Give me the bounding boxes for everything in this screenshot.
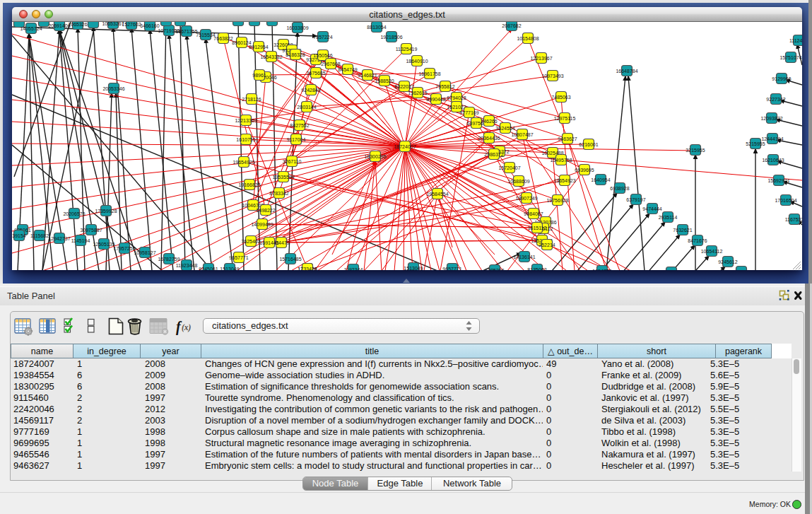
svg-text:1621022: 1621022	[447, 105, 466, 110]
svg-text:6938928: 6938928	[610, 186, 629, 191]
svg-text:18724007: 18724007	[394, 144, 416, 149]
svg-text:13535594: 13535594	[272, 175, 294, 180]
svg-text:8186328: 8186328	[286, 52, 305, 57]
svg-text:9777169: 9777169	[459, 110, 478, 115]
svg-text:1192344: 1192344	[344, 267, 363, 271]
svg-text:11325419: 11325419	[396, 47, 418, 52]
svg-text:17016504: 17016504	[775, 198, 796, 203]
svg-text:5215955: 5215955	[746, 141, 765, 146]
svg-text:7625402: 7625402	[241, 239, 260, 244]
svg-text:3215955: 3215955	[686, 148, 705, 153]
svg-text:2718126: 2718126	[242, 97, 261, 102]
svg-text:6216001: 6216001	[579, 142, 598, 147]
svg-text:16210643: 16210643	[762, 158, 784, 163]
svg-text:10688609: 10688609	[507, 179, 529, 184]
svg-text:2803144: 2803144	[297, 105, 316, 110]
svg-text:9245612: 9245612	[718, 259, 737, 264]
svg-text:8813054: 8813054	[367, 25, 386, 30]
svg-text:1112446: 1112446	[789, 38, 802, 43]
svg-text:1588520: 1588520	[375, 78, 394, 83]
svg-text:1385206: 1385206	[485, 268, 504, 271]
svg-text:8990448: 8990448	[426, 97, 445, 102]
svg-text:11923448: 11923448	[176, 263, 198, 268]
svg-text:3624554: 3624554	[495, 126, 514, 131]
svg-text:10958127: 10958127	[134, 250, 155, 255]
svg-text:15720407: 15720407	[498, 165, 520, 170]
svg-text:98961: 98961	[252, 73, 266, 78]
svg-text:1513049: 1513049	[404, 266, 423, 271]
svg-text:14055724: 14055724	[20, 26, 42, 31]
svg-text:16671355: 16671355	[175, 29, 197, 34]
svg-text:12942737: 12942737	[48, 236, 70, 241]
svg-text:10653267: 10653267	[102, 22, 124, 26]
svg-text:9474444: 9474444	[642, 206, 661, 211]
svg-text:7632621: 7632621	[673, 228, 692, 233]
svg-text:18640910: 18640910	[406, 59, 428, 64]
svg-text:10154808: 10154808	[517, 36, 539, 41]
svg-text:12213369: 12213369	[235, 118, 257, 123]
svg-text:1065326: 1065326	[68, 22, 87, 27]
svg-text:12444194: 12444194	[761, 136, 783, 141]
svg-text:9463627: 9463627	[558, 136, 577, 141]
svg-text:14136141: 14136141	[513, 255, 535, 259]
svg-text:19166825: 19166825	[238, 182, 260, 187]
svg-text:9657771: 9657771	[442, 267, 461, 271]
svg-text:1640954: 1640954	[591, 177, 610, 182]
svg-text:1610755: 1610755	[236, 137, 255, 142]
svg-text:9084067: 9084067	[524, 211, 543, 216]
svg-text:8135062: 8135062	[527, 267, 546, 271]
svg-text:1550546: 1550546	[313, 53, 332, 58]
svg-text:7857224: 7857224	[313, 35, 332, 40]
svg-text:20364436: 20364436	[478, 136, 500, 141]
svg-text:6379197: 6379197	[626, 197, 645, 202]
svg-text:1513049: 1513049	[220, 267, 239, 271]
svg-text:15692971: 15692971	[767, 178, 789, 183]
svg-text:30975887: 30975887	[80, 228, 102, 233]
svg-text:2986372: 2986372	[484, 152, 503, 157]
svg-text:9117004: 9117004	[287, 137, 306, 142]
svg-text:9657771: 9657771	[229, 255, 248, 260]
svg-text:8783342: 8783342	[269, 191, 288, 196]
svg-text:3675685: 3675685	[306, 71, 325, 76]
svg-text:10973493: 10973493	[541, 74, 563, 78]
svg-text:1167533: 1167533	[785, 217, 802, 222]
svg-text:1115682: 1115682	[30, 233, 49, 238]
svg-text:1615112: 1615112	[528, 226, 547, 230]
svg-text:16782759: 16782759	[158, 257, 180, 262]
svg-text:18907249: 18907249	[515, 196, 537, 201]
svg-text:1733426: 1733426	[298, 267, 317, 271]
svg-text:7515534: 7515534	[196, 33, 215, 37]
svg-text:10654112: 10654112	[701, 249, 723, 254]
svg-text:9450122: 9450122	[731, 269, 751, 271]
svg-text:1145194: 1145194	[71, 238, 90, 243]
svg-text:15716485: 15716485	[279, 257, 301, 262]
svg-text:6466160: 6466160	[140, 23, 159, 28]
svg-text:12093872: 12093872	[760, 116, 782, 121]
svg-text:7485063: 7485063	[551, 95, 570, 100]
svg-text:16961758: 16961758	[418, 71, 440, 76]
svg-text:16648784: 16648784	[616, 69, 637, 74]
svg-text:12505135: 12505135	[93, 242, 114, 247]
svg-text:19654925: 19654925	[233, 160, 254, 165]
svg-text:9227342: 9227342	[766, 97, 785, 102]
svg-text:15751074: 15751074	[779, 55, 801, 60]
svg-text:9129966: 9129966	[772, 76, 791, 81]
svg-text:14099489: 14099489	[251, 222, 273, 227]
svg-text:8427552: 8427552	[290, 123, 309, 128]
svg-text:2935114: 2935114	[659, 215, 678, 220]
svg-text:746266: 746266	[481, 119, 497, 124]
svg-text:39154: 39154	[12, 233, 26, 238]
svg-text:17359928: 17359928	[95, 209, 117, 214]
svg-text:1954755: 1954755	[592, 269, 611, 271]
svg-text:19756928: 19756928	[546, 198, 568, 203]
svg-text:18300295: 18300295	[364, 154, 386, 159]
svg-text:(x): (x)	[182, 323, 192, 332]
svg-text:12975115: 12975115	[554, 116, 576, 121]
svg-text:12213967: 12213967	[530, 56, 552, 61]
svg-text:16543382: 16543382	[260, 54, 282, 59]
svg-text:10807487: 10807487	[511, 132, 533, 137]
svg-text:2967608: 2967608	[321, 62, 340, 66]
svg-text:17957255: 17957255	[113, 246, 135, 251]
svg-text:13654923: 13654923	[553, 178, 575, 183]
svg-text:3267110: 3267110	[283, 159, 302, 164]
